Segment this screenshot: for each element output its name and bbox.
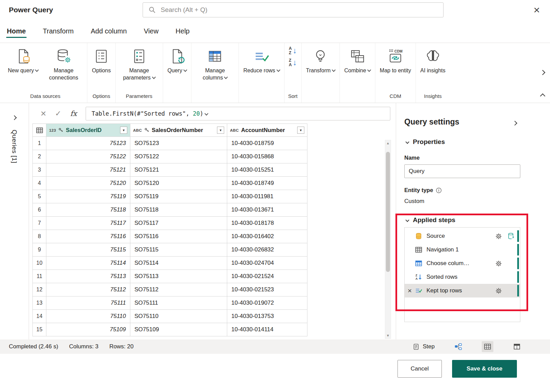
- manage-connections-button[interactable]: Manage connections: [41, 46, 86, 84]
- filter-dropdown-button[interactable]: ▾: [297, 127, 304, 134]
- salesorderid-cell[interactable]: 75117: [46, 217, 130, 230]
- salesorderid-cell[interactable]: 75121: [46, 163, 130, 177]
- accountnumber-cell[interactable]: 10-4030-015868: [227, 150, 307, 163]
- sort-ascending-button[interactable]: AZ ↓: [289, 46, 297, 55]
- query-button[interactable]: Query: [164, 46, 190, 76]
- scroll-up-arrow[interactable]: ▲: [385, 141, 391, 145]
- ai-insights-button[interactable]: AI insights: [417, 46, 449, 76]
- salesorderid-cell[interactable]: 75116: [46, 230, 130, 243]
- query-name-input[interactable]: [404, 164, 520, 178]
- cancel-button[interactable]: Cancel: [397, 360, 442, 378]
- salesordernumber-cell[interactable]: SO75118: [130, 203, 227, 217]
- accountnumber-cell[interactable]: 10-4030-021523: [227, 283, 307, 296]
- column-header-salesordernumber[interactable]: ABC SalesOrderNumber ▾: [130, 124, 227, 137]
- row-number-cell[interactable]: 15: [33, 323, 46, 336]
- formula-accept-icon[interactable]: ✓: [55, 109, 61, 118]
- formula-input[interactable]: Table.FirstN(#"Sorted rows", 20): [86, 107, 390, 120]
- salesorderid-cell[interactable]: 75115: [46, 243, 130, 257]
- salesorderid-cell[interactable]: 75113: [46, 270, 130, 283]
- salesorderid-cell[interactable]: 75109: [46, 323, 130, 336]
- formula-cancel-icon[interactable]: ×: [41, 108, 46, 119]
- accountnumber-cell[interactable]: 10-4030-026832: [227, 243, 307, 257]
- scroll-down-arrow[interactable]: ▼: [385, 334, 391, 337]
- ribbon-collapse-button[interactable]: [541, 93, 545, 99]
- column-header-accountnumber[interactable]: ABC AccountNumber ▾: [227, 124, 307, 137]
- salesordernumber-cell[interactable]: SO75122: [130, 150, 227, 163]
- tab-transform[interactable]: Transform: [42, 20, 74, 43]
- salesordernumber-cell[interactable]: SO75121: [130, 163, 227, 177]
- row-number-cell[interactable]: 8: [33, 230, 46, 243]
- accountnumber-cell[interactable]: 10-4030-018759: [227, 137, 307, 150]
- accountnumber-cell[interactable]: 10-4030-024704: [227, 257, 307, 270]
- salesorderid-cell[interactable]: 75123: [46, 137, 130, 150]
- applied-step-sorted-rows[interactable]: Sorted rows: [405, 270, 520, 284]
- salesordernumber-cell[interactable]: SO75113: [130, 270, 227, 283]
- applied-step-kept-top-rows[interactable]: ×Kept top rows: [405, 284, 520, 297]
- row-number-cell[interactable]: 5: [33, 190, 46, 203]
- row-number-cell[interactable]: 11: [33, 270, 46, 283]
- applied-step-navigation-1[interactable]: Navigation 1: [405, 243, 520, 257]
- accountnumber-cell[interactable]: 10-4030-013753: [227, 310, 307, 323]
- tab-view[interactable]: View: [143, 20, 159, 43]
- salesordernumber-cell[interactable]: SO75115: [130, 243, 227, 257]
- step-settings-gear-icon[interactable]: [495, 233, 505, 240]
- row-number-cell[interactable]: 13: [33, 296, 46, 310]
- row-number-cell[interactable]: 2: [33, 150, 46, 163]
- diagram-view-button[interactable]: [452, 341, 464, 352]
- salesorderid-cell[interactable]: 75111: [46, 296, 130, 310]
- salesorderid-cell[interactable]: 75118: [46, 203, 130, 217]
- row-number-cell[interactable]: 6: [33, 203, 46, 217]
- search-input[interactable]: Search (Alt + Q): [143, 2, 444, 17]
- formula-expand-chevron[interactable]: [204, 112, 208, 115]
- filter-dropdown-button[interactable]: ▾: [120, 127, 127, 134]
- properties-section-header[interactable]: Properties: [404, 138, 550, 146]
- reduce-rows-button[interactable]: Reduce rows: [240, 46, 283, 76]
- salesorderid-cell[interactable]: 75119: [46, 190, 130, 203]
- salesordernumber-cell[interactable]: SO75112: [130, 283, 227, 296]
- source-connection-icon[interactable]: [505, 232, 516, 240]
- step-view-button[interactable]: Step: [412, 343, 435, 350]
- salesordernumber-cell[interactable]: SO75116: [130, 230, 227, 243]
- delete-step-icon[interactable]: ×: [405, 287, 415, 295]
- salesordernumber-cell[interactable]: SO75114: [130, 257, 227, 270]
- accountnumber-cell[interactable]: 10-4030-015251: [227, 163, 307, 177]
- close-window-button[interactable]: ×: [530, 3, 544, 17]
- row-number-cell[interactable]: 10: [33, 257, 46, 270]
- info-icon[interactable]: [436, 187, 442, 193]
- options-button[interactable]: Options: [89, 46, 114, 76]
- manage-columns-button[interactable]: Manage columns: [193, 46, 237, 84]
- scrollbar-thumb[interactable]: [386, 152, 390, 272]
- accountnumber-cell[interactable]: 10-4030-011981: [227, 190, 307, 203]
- data-view-button[interactable]: [482, 341, 493, 352]
- tab-home[interactable]: Home: [6, 20, 27, 43]
- accountnumber-cell[interactable]: 10-4030-016402: [227, 230, 307, 243]
- expand-queries-pane-button[interactable]: [12, 115, 17, 120]
- accountnumber-cell[interactable]: 10-4030-021524: [227, 270, 307, 283]
- salesordernumber-cell[interactable]: SO75119: [130, 190, 227, 203]
- sort-descending-button[interactable]: ZA ↓: [289, 58, 297, 67]
- step-settings-gear-icon[interactable]: [495, 287, 505, 294]
- transform-button[interactable]: Transform: [303, 46, 338, 76]
- filter-dropdown-button[interactable]: ▾: [217, 127, 224, 134]
- accountnumber-cell[interactable]: 10-4030-013671: [227, 203, 307, 217]
- salesordernumber-cell[interactable]: SO75110: [130, 310, 227, 323]
- queries-pane-title[interactable]: Queries [1]: [11, 130, 18, 163]
- vertical-scrollbar[interactable]: ▲ ▼: [385, 140, 391, 339]
- row-number-cell[interactable]: 12: [33, 283, 46, 296]
- applied-step-source[interactable]: Source: [405, 229, 520, 243]
- salesordernumber-cell[interactable]: SO75117: [130, 217, 227, 230]
- save-and-close-button[interactable]: Save & close: [452, 360, 517, 378]
- accountnumber-cell[interactable]: 10-4030-018178: [227, 217, 307, 230]
- salesordernumber-cell[interactable]: SO75120: [130, 177, 227, 190]
- salesorderid-cell[interactable]: 75122: [46, 150, 130, 163]
- salesorderid-cell[interactable]: 75112: [46, 283, 130, 296]
- accountnumber-cell[interactable]: 10-4030-019072: [227, 296, 307, 310]
- column-header-salesorderid[interactable]: 123 SalesOrderID ▾: [46, 124, 130, 137]
- row-number-cell[interactable]: 3: [33, 163, 46, 177]
- tab-help[interactable]: Help: [175, 20, 190, 43]
- combine-button[interactable]: Combine: [341, 46, 374, 76]
- row-number-cell[interactable]: 14: [33, 310, 46, 323]
- tab-add-column[interactable]: Add column: [90, 20, 128, 43]
- map-to-entity-button[interactable]: Map to entity: [377, 46, 414, 76]
- row-number-cell[interactable]: 1: [33, 137, 46, 150]
